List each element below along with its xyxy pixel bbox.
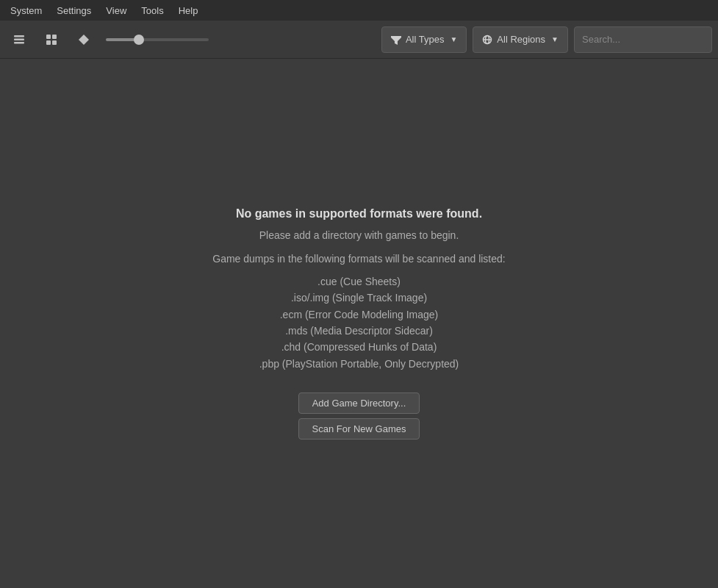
- menu-help[interactable]: Help: [171, 2, 206, 19]
- types-filter-label: All Types: [406, 34, 445, 45]
- grid-icon: [45, 33, 58, 46]
- types-filter-button[interactable]: All Types ▼: [381, 26, 467, 53]
- svg-rect-0: [14, 35, 24, 37]
- svg-rect-6: [52, 40, 57, 45]
- svg-rect-5: [46, 40, 51, 45]
- svg-marker-7: [79, 35, 89, 45]
- svg-rect-3: [46, 35, 51, 39]
- menu-bar: System Settings View Tools Help: [0, 0, 718, 21]
- regions-filter-button[interactable]: All Regions ▼: [473, 26, 568, 53]
- list-view-button[interactable]: [6, 26, 32, 53]
- list-icon: [12, 33, 26, 46]
- format-line-2: .ecm (Error Code Modeling Image): [259, 306, 459, 323]
- search-input[interactable]: [582, 34, 704, 45]
- empty-title: No games in supported formats were found…: [236, 207, 482, 220]
- zoom-slider-container: [106, 38, 209, 41]
- format-line-0: .cue (Cue Sheets): [259, 273, 459, 290]
- main-content: No games in supported formats were found…: [0, 59, 718, 588]
- types-filter-chevron: ▼: [450, 35, 457, 43]
- zoom-slider[interactable]: [106, 38, 209, 41]
- add-game-directory-button[interactable]: Add Game Directory...: [298, 392, 420, 414]
- svg-rect-2: [14, 42, 24, 44]
- menu-view[interactable]: View: [98, 2, 134, 19]
- empty-state: No games in supported formats were found…: [212, 207, 505, 440]
- format-line-4: .chd (Compressed Hunks of Data): [259, 339, 459, 355]
- filter-icon: [391, 35, 401, 45]
- scan-for-new-games-button[interactable]: Scan For New Games: [298, 418, 420, 440]
- svg-rect-1: [14, 38, 24, 40]
- formats-intro: Game dumps in the following formats will…: [212, 253, 505, 265]
- format-line-5: .pbp (PlayStation Portable, Only Decrypt…: [259, 356, 459, 372]
- toolbar: All Types ▼ All Regions ▼: [0, 21, 718, 59]
- search-box: [574, 26, 712, 53]
- grid-view-button[interactable]: [38, 26, 65, 53]
- menu-system[interactable]: System: [3, 2, 49, 19]
- format-line-1: .iso/.img (Single Track Image): [259, 290, 459, 306]
- menu-settings[interactable]: Settings: [49, 2, 98, 19]
- svg-rect-4: [52, 35, 57, 39]
- menu-tools[interactable]: Tools: [134, 2, 170, 19]
- diamond-icon: [77, 33, 90, 46]
- regions-filter-chevron: ▼: [551, 35, 559, 43]
- format-line-3: .mds (Media Descriptor Sidecar): [259, 323, 459, 339]
- action-buttons: Add Game Directory... Scan For New Games: [298, 392, 420, 440]
- empty-subtitle: Please add a directory with games to beg…: [259, 229, 459, 241]
- formats-list: .cue (Cue Sheets) .iso/.img (Single Trac…: [259, 273, 459, 372]
- regions-filter-label: All Regions: [497, 34, 545, 45]
- diamond-filter-button[interactable]: [71, 26, 97, 53]
- globe-icon: [482, 35, 492, 45]
